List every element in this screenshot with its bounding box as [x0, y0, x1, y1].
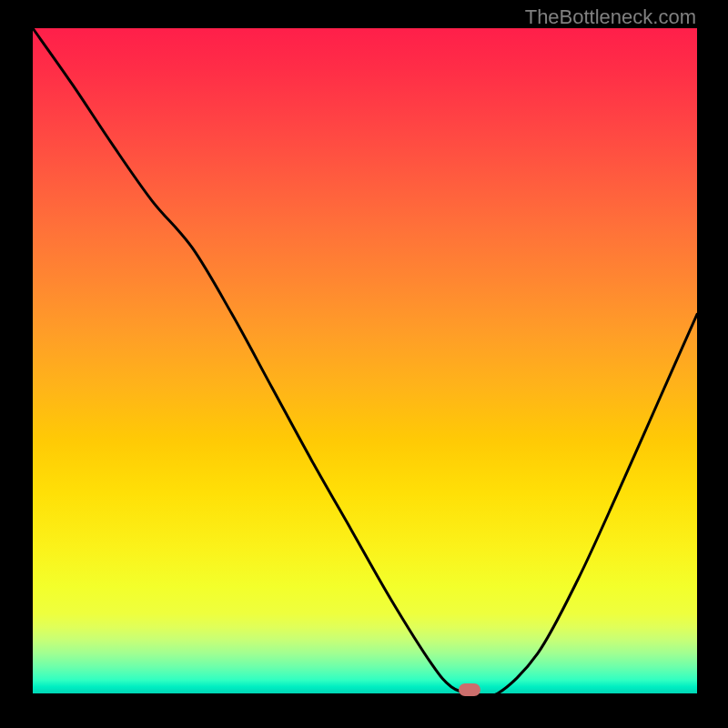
highlight-marker	[459, 683, 480, 696]
curve-svg	[33, 28, 697, 693]
chart-frame: TheBottleneck.com	[0, 0, 728, 728]
watermark-text: TheBottleneck.com	[525, 5, 696, 29]
bottleneck-curve	[33, 28, 697, 697]
plot-area	[33, 28, 697, 693]
